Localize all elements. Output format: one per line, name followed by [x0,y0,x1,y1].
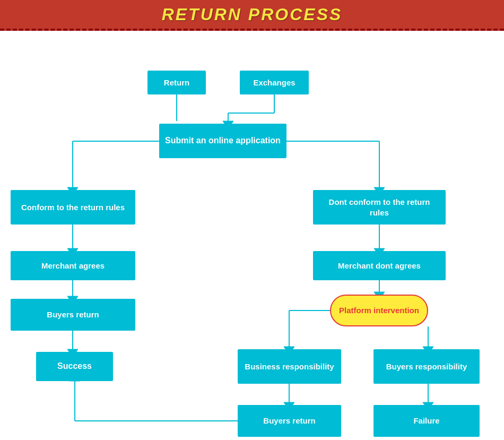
buyers-resp-box: Buyers responsibility [373,349,480,384]
exchanges-box: Exchanges [240,71,309,94]
buyers-return-left-box: Buyers return [11,299,135,331]
buyers-return-right-box: Buyers return [238,405,341,437]
conform-box: Conform to the return rules [11,190,135,225]
header: RETURN PROCESS [0,0,504,31]
page-wrapper: RETURN PROCESS [0,0,504,440]
success-box: Success [36,352,113,381]
flowchart: Return Exchanges Submit an online applic… [0,31,504,440]
business-resp-box: Business responsibility [238,349,341,384]
merchant-agrees-box: Merchant agrees [11,251,135,280]
submit-box: Submit an online application [159,124,286,158]
merchant-dont-box: Merchant dont agrees [313,251,446,280]
return-box: Return [147,71,206,94]
page-title: RETURN PROCESS [162,5,343,24]
platform-box: Platform intervention [330,295,428,326]
dont-conform-box: Dont conform to the return rules [313,190,446,225]
failure-box: Failure [373,405,480,437]
